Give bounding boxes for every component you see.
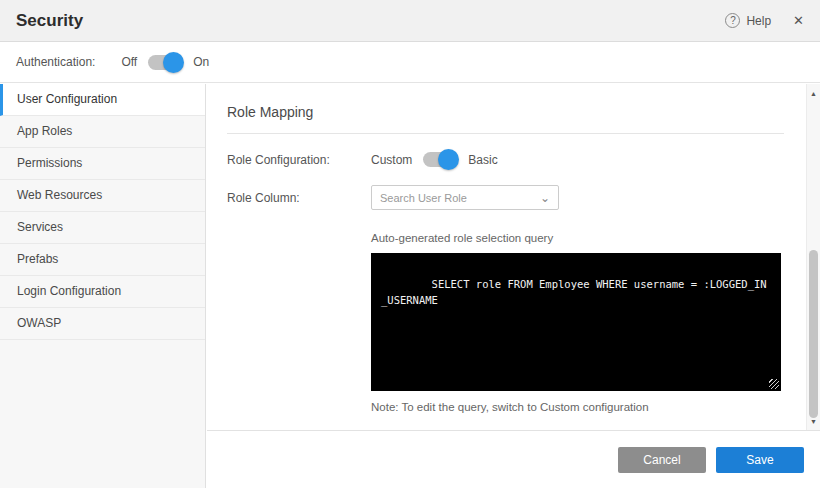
query-editor[interactable]: SELECT role FROM Employee WHERE username… [371, 253, 781, 391]
close-icon[interactable]: ✕ [793, 13, 804, 28]
save-button[interactable]: Save [716, 447, 804, 473]
query-text: SELECT role FROM Employee WHERE username… [381, 278, 767, 306]
role-column-label: Role Column: [227, 191, 371, 205]
role-column-select-value: Search User Role [380, 192, 467, 204]
sidebar-item-owasp[interactable]: OWASP [0, 308, 205, 340]
scrollbar-thumb[interactable] [809, 250, 818, 418]
role-configuration-label: Role Configuration: [227, 153, 371, 167]
query-label: Auto-generated role selection query [371, 232, 784, 244]
main-panel: Role Mapping Role Configuration: Custom … [207, 84, 820, 488]
cancel-button[interactable]: Cancel [618, 447, 706, 473]
query-note: Note: To edit the query, switch to Custo… [371, 401, 784, 413]
sidebar-item-login-configuration[interactable]: Login Configuration [0, 276, 205, 308]
authentication-toggle-knob [163, 52, 184, 73]
role-mapping-section: Role Mapping Role Configuration: Custom … [207, 84, 804, 430]
sidebar-item-permissions[interactable]: Permissions [0, 148, 205, 180]
resize-handle[interactable] [769, 379, 779, 389]
window-header: Security ? Help ✕ [0, 0, 820, 42]
authentication-row: Authentication: Off On [0, 42, 820, 83]
sidebar-item-services[interactable]: Services [0, 212, 205, 244]
sidebar-item-app-roles[interactable]: App Roles [0, 116, 205, 148]
role-configuration-row: Role Configuration: Custom Basic [227, 152, 784, 167]
help-label: Help [746, 14, 771, 28]
authentication-label: Authentication: [16, 55, 95, 69]
authentication-off-label: Off [121, 55, 137, 69]
query-block: Auto-generated role selection query SELE… [371, 232, 784, 413]
sidebar: User Configuration App Roles Permissions… [0, 84, 206, 488]
authentication-on-label: On [193, 55, 209, 69]
role-configuration-toggle-knob [438, 149, 459, 170]
help-button[interactable]: ? Help [725, 13, 771, 28]
basic-label: Basic [468, 153, 497, 167]
sidebar-item-user-configuration[interactable]: User Configuration [0, 84, 205, 116]
authentication-toggle[interactable] [148, 55, 182, 70]
page-title: Security [16, 11, 83, 31]
scroll-up-icon[interactable]: ▲ [807, 86, 820, 100]
scroll-down-icon[interactable]: ▼ [807, 414, 820, 428]
sidebar-item-web-resources[interactable]: Web Resources [0, 180, 205, 212]
footer-actions: Cancel Save [207, 430, 820, 488]
role-column-row: Role Column: Search User Role ⌄ [227, 185, 784, 210]
role-configuration-toggle[interactable] [423, 152, 457, 167]
chevron-down-icon: ⌄ [540, 193, 550, 203]
section-title: Role Mapping [227, 104, 784, 134]
sidebar-item-prefabs[interactable]: Prefabs [0, 244, 205, 276]
custom-label: Custom [371, 153, 412, 167]
role-column-select[interactable]: Search User Role ⌄ [371, 185, 559, 210]
vertical-scrollbar[interactable]: ▲ ▼ [806, 84, 820, 430]
help-icon: ? [725, 13, 740, 28]
